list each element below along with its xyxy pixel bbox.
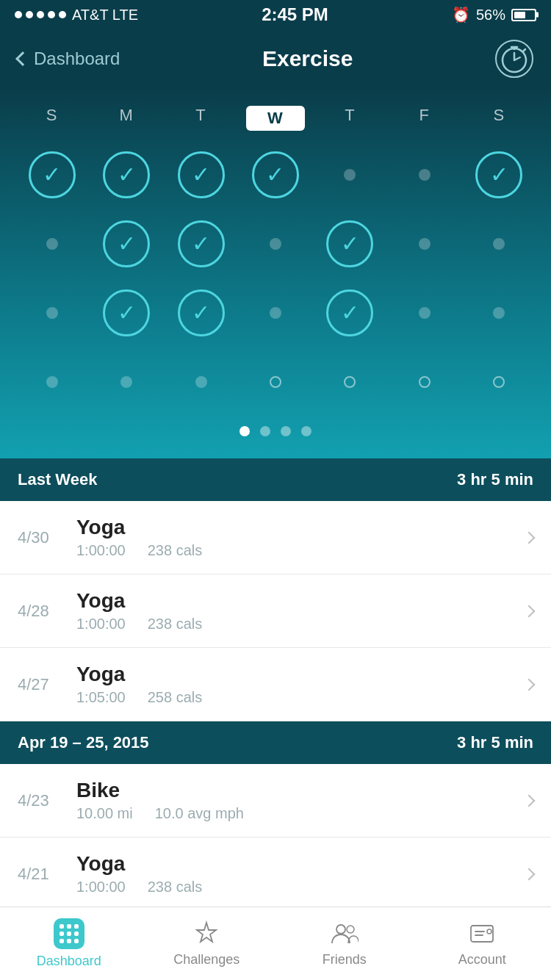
dot-cell[interactable] <box>270 238 281 250</box>
page-indicators <box>0 426 551 436</box>
tab-friends-label: Friends <box>323 952 367 968</box>
chevron-right-icon <box>523 605 536 617</box>
tab-account-label: Account <box>458 952 506 968</box>
calendar-row-4 <box>0 353 551 411</box>
check-cell[interactable]: ✓ <box>326 289 373 336</box>
account-icon <box>468 920 496 948</box>
outline-cell[interactable] <box>270 376 281 388</box>
calendar-section: S M T W T F S ✓ ✓ ✓ ✓ ✓ ✓ ✓ ✓ ✓ ✓ ✓ <box>0 88 551 458</box>
last-week-list: 4/30 Yoga 1:00:00 238 cals 4/28 Yoga 1:0… <box>0 501 551 721</box>
tab-challenges[interactable]: Challenges <box>138 907 276 980</box>
exercise-distance: 10.00 mi <box>76 805 133 822</box>
dot-cell[interactable] <box>344 169 356 181</box>
tab-dashboard[interactable]: Dashboard <box>0 907 138 980</box>
check-cell[interactable]: ✓ <box>178 220 225 267</box>
dot-cell[interactable] <box>419 307 431 319</box>
exercise-row[interactable]: 4/27 Yoga 1:05:00 258 cals <box>0 648 551 721</box>
page-dot-4[interactable] <box>301 426 311 436</box>
dot-cell[interactable] <box>270 307 281 319</box>
dot-cell[interactable] <box>419 238 431 250</box>
exercise-date: 4/28 <box>18 602 76 621</box>
exercise-name: Yoga <box>76 852 525 876</box>
check-cell[interactable]: ✓ <box>103 220 150 267</box>
svg-point-6 <box>336 925 345 934</box>
battery-percent: 56% <box>476 7 505 24</box>
dot-cell[interactable] <box>493 307 505 319</box>
svg-point-11 <box>487 929 491 934</box>
exercise-row[interactable]: 4/28 Yoga 1:00:00 238 cals <box>0 574 551 648</box>
outline-cell[interactable] <box>419 376 431 388</box>
day-w: W <box>246 106 305 131</box>
status-bar: AT&T LTE 2:45 PM ⏰ 56% <box>0 0 551 29</box>
calendar-days-header: S M T W T F S <box>0 106 551 131</box>
exercise-info: Yoga 1:00:00 238 cals <box>76 589 525 633</box>
carrier-label: AT&T LTE <box>72 7 138 24</box>
exercise-row[interactable]: 4/30 Yoga 1:00:00 238 cals <box>0 501 551 574</box>
back-label: Dashboard <box>34 48 120 69</box>
check-cell[interactable]: ✓ <box>252 151 299 198</box>
timer-button[interactable] <box>495 40 533 78</box>
challenges-icon <box>192 920 220 948</box>
exercise-date: 4/27 <box>18 675 76 694</box>
check-cell[interactable]: ✓ <box>326 220 373 267</box>
check-cell[interactable]: ✓ <box>475 151 522 198</box>
exercise-duration: 1:00:00 <box>76 879 126 896</box>
dot-cell[interactable] <box>46 376 58 388</box>
day-s2: S <box>469 106 528 131</box>
last-week-header: Last Week 3 hr 5 min <box>0 458 551 501</box>
day-s1: S <box>23 106 82 131</box>
page-dot-2[interactable] <box>260 426 270 436</box>
chevron-right-icon <box>523 678 536 691</box>
dashboard-grid-icon <box>54 918 84 949</box>
dot-cell[interactable] <box>493 238 505 250</box>
tab-challenges-label: Challenges <box>173 952 240 968</box>
exercise-cals: 238 cals <box>148 542 203 559</box>
check-cell[interactable]: ✓ <box>178 151 225 198</box>
main-content: Last Week 3 hr 5 min 4/30 Yoga 1:00:00 2… <box>0 458 551 980</box>
check-cell[interactable]: ✓ <box>29 151 76 198</box>
dot-cell[interactable] <box>195 376 207 388</box>
exercise-name: Bike <box>76 779 525 802</box>
chevron-right-icon <box>523 868 536 880</box>
tab-account[interactable]: Account <box>414 907 552 980</box>
exercise-info: Yoga 1:00:00 238 cals <box>76 852 525 896</box>
tab-friends[interactable]: Friends <box>276 907 414 980</box>
exercise-duration: 1:00:00 <box>76 542 126 559</box>
check-cell[interactable]: ✓ <box>103 151 150 198</box>
outline-cell[interactable] <box>493 376 505 388</box>
exercise-name: Yoga <box>76 589 525 613</box>
check-cell[interactable]: ✓ <box>103 289 150 336</box>
alarm-icon: ⏰ <box>452 6 470 24</box>
exercise-date: 4/23 <box>18 791 76 810</box>
day-m: M <box>97 106 156 131</box>
timer-icon <box>498 43 530 75</box>
apr-section-title: Apr 19 – 25, 2015 <box>18 733 149 752</box>
page-title: Exercise <box>262 46 353 71</box>
exercise-cals: 238 cals <box>148 879 203 896</box>
exercise-row[interactable]: 4/23 Bike 10.00 mi 10.0 avg mph <box>0 764 551 837</box>
dot-cell[interactable] <box>46 238 58 250</box>
calendar-row-1: ✓ ✓ ✓ ✓ ✓ <box>0 145 551 204</box>
exercise-row[interactable]: 4/21 Yoga 1:00:00 238 cals <box>0 837 551 911</box>
dot-cell[interactable] <box>120 376 132 388</box>
exercise-info: Yoga 1:00:00 238 cals <box>76 516 525 559</box>
exercise-duration: 1:00:00 <box>76 616 126 633</box>
exercise-cals: 238 cals <box>148 616 203 633</box>
page-dot-1[interactable] <box>240 426 250 436</box>
dot-cell[interactable] <box>419 169 431 181</box>
check-cell[interactable]: ✓ <box>178 289 225 336</box>
status-right: ⏰ 56% <box>452 6 536 24</box>
day-t2: T <box>320 106 379 131</box>
apr-list: 4/23 Bike 10.00 mi 10.0 avg mph 4/21 Yog… <box>0 764 551 911</box>
exercise-date: 4/21 <box>18 865 76 884</box>
svg-line-5 <box>523 49 525 51</box>
apr-section-total: 3 hr 5 min <box>457 733 533 752</box>
outline-cell[interactable] <box>344 376 356 388</box>
page-dot-3[interactable] <box>281 426 291 436</box>
back-button[interactable]: Dashboard <box>18 48 120 69</box>
calendar-row-2: ✓ ✓ ✓ <box>0 215 551 273</box>
exercise-duration: 1:05:00 <box>76 689 126 706</box>
tab-bar: Dashboard Challenges Friends Account <box>0 907 551 980</box>
dot-cell[interactable] <box>46 307 58 319</box>
exercise-name: Yoga <box>76 516 525 539</box>
